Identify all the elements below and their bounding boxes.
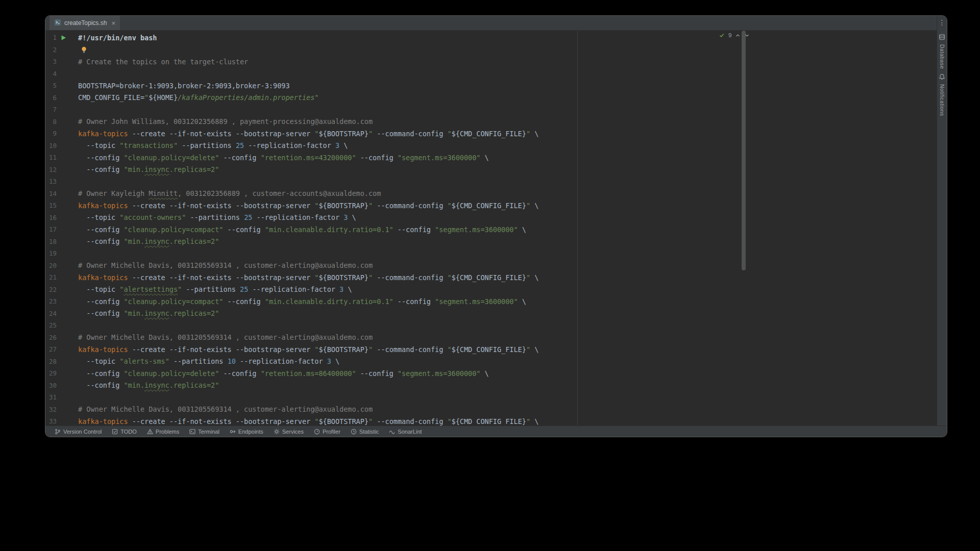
line-number: 26 (45, 334, 57, 341)
statusbar-item-label: Terminal (198, 429, 219, 435)
statusbar-item-terminal[interactable]: Terminal (184, 426, 225, 437)
code-line[interactable]: 5BOOTSTRAP=broker-1:9093,broker-2:9093,b… (45, 80, 937, 92)
line-number: 6 (45, 94, 57, 102)
editor-scrollbar[interactable] (742, 31, 746, 270)
code-line[interactable]: 30 --config "min.insync.replicas=2" (45, 380, 937, 392)
code-line[interactable]: 1#!/usr/bin/env bash (45, 32, 937, 44)
code-line[interactable]: 17 --config "cleanup.policy=compact" --c… (45, 223, 937, 236)
code-line[interactable]: 21kafka-topics --create --if-not-exists … (45, 271, 937, 284)
line-number: 19 (45, 249, 57, 257)
statusbar-item-version-control[interactable]: Version Control (50, 426, 107, 437)
line-number: 16 (45, 214, 57, 221)
statusbar-item-profiler[interactable]: Profiler (309, 426, 346, 437)
line-number: 17 (45, 226, 57, 233)
code-line[interactable]: 20# Owner Michelle Davis, 0031205569314 … (45, 260, 937, 272)
code-line[interactable]: 4 (45, 68, 937, 80)
line-number: 27 (45, 345, 57, 353)
code-line[interactable]: 26# Owner Michelle Davis, 0031205569314 … (45, 332, 937, 344)
line-number: 29 (45, 369, 57, 377)
statusbar-item-problems[interactable]: Problems (142, 426, 184, 437)
line-number: 15 (45, 202, 57, 209)
code-text: --config "cleanup.policy=delete" --confi… (78, 369, 489, 378)
code-text: # Owner Kayleigh Minnitt, 0031202356889 … (78, 189, 381, 197)
code-line[interactable]: 12 --config "min.insync.replicas=2" (45, 164, 937, 176)
statusbar-item-label: Version Control (63, 429, 102, 435)
statusbar-item-label: SonarLint (398, 429, 422, 435)
code-editor[interactable]: 1#!/usr/bin/env bash23# Create the topic… (45, 31, 937, 425)
tool-window-button-database[interactable]: Database (939, 33, 945, 69)
code-text: --config "min.insync.replicas=2" (78, 165, 219, 173)
line-number: 18 (45, 238, 57, 245)
code-line[interactable]: 7 (45, 104, 937, 116)
statusbar-item-label: Endpoints (238, 429, 263, 435)
profiler-icon (314, 429, 320, 435)
code-line[interactable]: 9kafka-topics --create --if-not-exists -… (45, 128, 937, 140)
code-line[interactable]: 15kafka-topics --create --if-not-exists … (45, 199, 937, 212)
code-line[interactable]: 33kafka-topics --create --if-not-exists … (45, 415, 937, 425)
line-number: 3 (45, 58, 57, 65)
code-line[interactable]: 8# Owner John Williams, 0031202356889 , … (45, 116, 937, 128)
problems-icon (147, 429, 153, 435)
tool-window-label: Notifications (939, 84, 945, 116)
line-number: 23 (45, 297, 57, 305)
more-options-icon[interactable]: ⋮ (939, 16, 946, 29)
code-line[interactable]: 31 (45, 391, 937, 404)
code-text: BOOTSTRAP=broker-1:9093,broker-2:9093,br… (78, 82, 290, 90)
statusbar-item-todo[interactable]: TODO (107, 426, 142, 437)
code-line[interactable]: 14# Owner Kayleigh Minnitt, 003120235688… (45, 188, 937, 200)
statistic-icon (351, 429, 357, 435)
code-line[interactable]: 11 --config "cleanup.policy=delete" --co… (45, 152, 937, 164)
code-line[interactable]: 29 --config "cleanup.policy=delete" --co… (45, 367, 937, 380)
code-line[interactable]: 6CMD_CONFIG_FILE="${HOME}/kafkaPropertie… (45, 92, 937, 104)
code-text: # Owner Michelle Davis, 0031205569314 , … (78, 261, 373, 269)
statusbar-item-label: Problems (156, 429, 179, 435)
code-line[interactable]: 24 --config "min.insync.replicas=2" (45, 308, 937, 320)
code-line[interactable]: 13 (45, 176, 937, 188)
code-line[interactable]: 27kafka-topics --create --if-not-exists … (45, 343, 937, 356)
tool-window-button-notifications[interactable]: Notifications (939, 73, 945, 116)
run-script-icon[interactable] (57, 35, 78, 41)
code-line[interactable]: 25 (45, 319, 937, 332)
code-line[interactable]: 22 --topic "alertsettings" --partitions … (45, 284, 937, 296)
intention-bulb-icon[interactable] (81, 46, 87, 54)
statusbar-item-services[interactable]: Services (268, 426, 309, 437)
code-line[interactable]: 3# Create the topics on the target-clust… (45, 56, 937, 68)
code-line[interactable]: 19 (45, 247, 937, 260)
code-text: kafka-topics --create --if-not-exists --… (78, 273, 538, 282)
code-text: --topic "alertsettings" --partitions 25 … (78, 285, 352, 293)
line-number: 4 (45, 70, 57, 78)
editor-tab-createtopics[interactable]: createTopics.sh × (50, 16, 120, 30)
code-line[interactable]: 10 --topic "transactions" --partitions 2… (45, 140, 937, 152)
code-line[interactable]: 28 --topic "alerts-sms" --partitions 10 … (45, 356, 937, 368)
line-number: 7 (45, 106, 57, 113)
line-number: 21 (45, 273, 57, 281)
code-text: --config "min.insync.replicas=2" (78, 309, 219, 317)
code-text: --config "min.insync.replicas=2" (78, 381, 219, 389)
code-text: --topic "transactions" --partitions 25 -… (78, 141, 348, 149)
code-text: --config "cleanup.policy=delete" --confi… (78, 154, 489, 162)
code-text: # Create the topics on the target-cluste… (78, 58, 248, 66)
todo-icon (112, 429, 118, 435)
line-number: 1 (45, 34, 57, 41)
statusbar-item-endpoints[interactable]: Endpoints (225, 426, 268, 437)
code-area[interactable]: 1#!/usr/bin/env bash23# Create the topic… (45, 31, 937, 425)
code-line[interactable]: 32# Owner Michelle Davis, 0031205569314 … (45, 404, 937, 416)
prev-problem-icon[interactable] (735, 33, 741, 38)
code-text: #!/usr/bin/env bash (78, 34, 157, 42)
statusbar-item-sonarlint[interactable]: SonarLint (384, 426, 427, 437)
line-number: 5 (45, 82, 57, 89)
code-line[interactable]: 23 --config "cleanup.policy=compact" --c… (45, 295, 937, 308)
code-line[interactable]: 2 (45, 44, 937, 56)
code-line[interactable]: 18 --config "min.insync.replicas=2" (45, 236, 937, 248)
tool-window-label: Database (939, 44, 945, 69)
shell-script-icon (54, 19, 61, 28)
status-bar: Version ControlTODOProblemsTerminalEndpo… (45, 425, 947, 437)
code-text: CMD_CONFIG_FILE="${HOME}/kafkaProperties… (78, 93, 318, 102)
ide-window: createTopics.sh × 1#!/usr/bin/env bash23… (45, 15, 947, 437)
inspection-count: 9 (728, 32, 731, 38)
close-icon[interactable]: × (111, 20, 115, 27)
code-line[interactable]: 16 --topic "account-owners" --partitions… (45, 212, 937, 224)
bell-icon (939, 73, 945, 82)
code-text: --topic "account-owners" --partitions 25… (78, 213, 356, 221)
statusbar-item-statistic[interactable]: Statistic (346, 426, 384, 437)
